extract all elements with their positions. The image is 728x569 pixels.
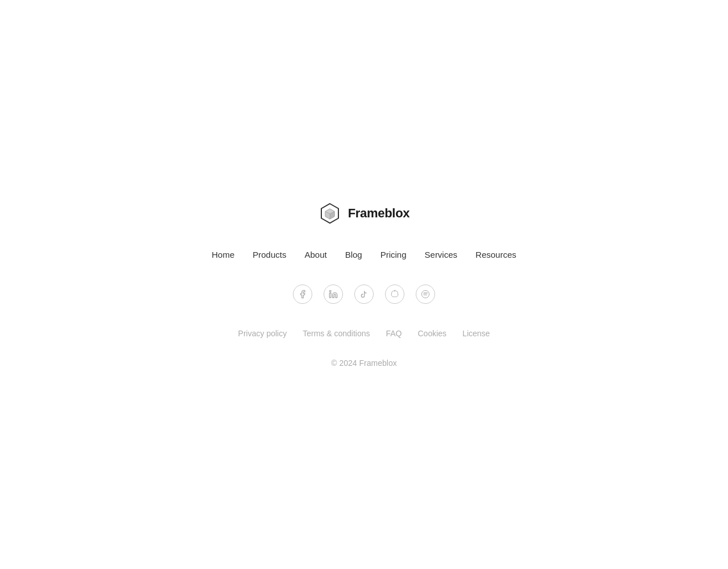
facebook-icon[interactable] xyxy=(293,284,312,304)
cookies-link[interactable]: Cookies xyxy=(418,329,447,338)
copyright-text: © 2024 Frameblox xyxy=(331,358,396,368)
nav-link-pricing[interactable]: Pricing xyxy=(380,250,407,259)
tiktok-icon[interactable] xyxy=(354,284,374,304)
spotify-icon[interactable] xyxy=(416,284,435,304)
logo-section: Frameblox xyxy=(318,202,410,225)
nav-link-blog[interactable]: Blog xyxy=(345,250,362,259)
footer: Frameblox Home Products About Blog Prici… xyxy=(212,202,516,368)
terms-conditions-link[interactable]: Terms & conditions xyxy=(303,329,370,338)
nav-link-home[interactable]: Home xyxy=(212,250,234,259)
license-link[interactable]: License xyxy=(462,329,490,338)
footer-links: Privacy policy Terms & conditions FAQ Co… xyxy=(238,329,490,338)
logo-text: Frameblox xyxy=(348,206,410,221)
nav-link-resources[interactable]: Resources xyxy=(475,250,516,259)
logo-icon xyxy=(318,202,341,225)
linkedin-icon[interactable] xyxy=(324,284,343,304)
svg-rect-5 xyxy=(329,293,331,298)
privacy-policy-link[interactable]: Privacy policy xyxy=(238,329,287,338)
social-icons xyxy=(293,284,435,304)
svg-point-7 xyxy=(421,290,429,298)
nav-link-about[interactable]: About xyxy=(304,250,326,259)
svg-point-6 xyxy=(329,290,331,292)
nav-link-services[interactable]: Services xyxy=(425,250,458,259)
faq-link[interactable]: FAQ xyxy=(386,329,402,338)
nav-links: Home Products About Blog Pricing Service… xyxy=(212,250,516,259)
nav-link-products[interactable]: Products xyxy=(253,250,286,259)
apple-icon[interactable] xyxy=(385,284,404,304)
